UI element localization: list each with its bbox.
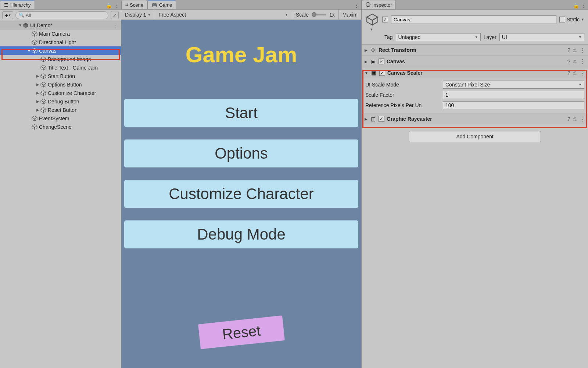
svg-marker-41 bbox=[372, 17, 378, 25]
ui-scale-mode-dropdown[interactable]: Constant Pixel Size▼ bbox=[443, 81, 584, 89]
component-header[interactable]: ▶ ✥ Rect Transform ?⎌⋮ bbox=[362, 45, 588, 56]
maximize-button[interactable]: Maxim bbox=[339, 10, 361, 20]
game-options-button[interactable]: Options bbox=[124, 139, 358, 167]
enable-checkbox[interactable]: ✓ bbox=[379, 116, 384, 122]
tree-item-changescene[interactable]: ChangeScene bbox=[0, 123, 121, 131]
help-icon[interactable]: ? bbox=[567, 58, 570, 65]
foldout-icon[interactable]: ▼ bbox=[26, 49, 32, 53]
tree-item-customize[interactable]: ▶ Customize Character bbox=[0, 89, 121, 97]
foldout-icon[interactable]: ▶ bbox=[35, 99, 40, 103]
tree-item-eventsystem[interactable]: EventSystem bbox=[0, 114, 121, 123]
svg-marker-33 bbox=[32, 116, 37, 119]
layer-dropdown[interactable]: UI▼ bbox=[499, 33, 584, 41]
tree-item-main-camera[interactable]: Main Camera bbox=[0, 29, 121, 38]
scale-control[interactable]: Scale 1x bbox=[292, 10, 339, 20]
create-dropdown[interactable]: +▾ bbox=[2, 11, 13, 19]
tag-dropdown[interactable]: Untagged▼ bbox=[396, 33, 481, 41]
enable-checkbox[interactable]: ✓ bbox=[379, 70, 385, 76]
tree-item-debug-button[interactable]: ▶ Debug Button bbox=[0, 97, 121, 106]
static-checkbox[interactable] bbox=[559, 17, 565, 22]
lock-icon[interactable]: 🔒 bbox=[573, 3, 579, 8]
active-checkbox[interactable]: ✓ bbox=[382, 17, 388, 22]
svg-marker-5 bbox=[35, 33, 37, 36]
help-icon[interactable]: ? bbox=[567, 70, 570, 76]
svg-marker-13 bbox=[41, 58, 43, 62]
foldout-icon[interactable]: ▼ bbox=[18, 23, 23, 27]
foldout-icon[interactable]: ▶ bbox=[365, 60, 368, 64]
component-title: Graphic Raycaster bbox=[387, 116, 565, 122]
object-name-field[interactable] bbox=[391, 15, 556, 24]
svg-marker-6 bbox=[32, 40, 37, 43]
component-header[interactable]: ▼ ▣ ✓ Canvas Scaler ?⎌⋮ bbox=[362, 67, 588, 78]
scale-value: 1x bbox=[329, 12, 335, 18]
scale-slider[interactable] bbox=[312, 14, 326, 15]
gamepad-icon: 🎮 bbox=[151, 2, 157, 8]
svg-marker-17 bbox=[43, 67, 46, 70]
enable-checkbox[interactable]: ✓ bbox=[379, 59, 384, 64]
svg-marker-23 bbox=[43, 84, 46, 87]
svg-marker-16 bbox=[41, 67, 43, 70]
game-customize-button[interactable]: Customize Character bbox=[124, 180, 358, 208]
foldout-icon[interactable]: ▶ bbox=[365, 117, 368, 121]
tab-inspector[interactable]: ⓘ Inspector bbox=[362, 0, 396, 9]
component-header[interactable]: ▶ ◫ ✓ Graphic Raycaster ?⎌⋮ bbox=[362, 113, 588, 124]
add-component-button[interactable]: Add Component bbox=[409, 131, 541, 142]
game-start-button[interactable]: Start bbox=[124, 99, 358, 127]
tree-item-directional-light[interactable]: Directional Light bbox=[0, 38, 121, 46]
foldout-icon[interactable]: ▶ bbox=[35, 108, 40, 112]
menu-icon[interactable]: ⋮ bbox=[580, 116, 585, 122]
item-label: Main Camera bbox=[39, 31, 70, 37]
aspect-dropdown[interactable]: Free Aspect▼ bbox=[155, 10, 292, 20]
display-dropdown[interactable]: Display 1▼ bbox=[121, 10, 155, 20]
tree-item-reset-button[interactable]: ▶ Reset Button bbox=[0, 106, 121, 114]
tree-item-options-button[interactable]: ▶ Options Button bbox=[0, 80, 121, 89]
help-icon[interactable]: ? bbox=[567, 116, 570, 122]
foldout-icon[interactable]: ▼ bbox=[365, 71, 368, 75]
menu-icon[interactable]: ⋮ bbox=[580, 47, 585, 53]
foldout-icon[interactable]: ▶ bbox=[365, 48, 368, 52]
search-input[interactable]: 🔍 All bbox=[15, 11, 108, 19]
help-icon[interactable]: ? bbox=[567, 47, 570, 53]
tab-game[interactable]: 🎮 Game bbox=[147, 0, 176, 9]
lock-icon[interactable]: 🔒 bbox=[106, 3, 112, 8]
item-label: Directional Light bbox=[39, 39, 76, 45]
component-header[interactable]: ▶ ▣ ✓ Canvas ?⎌⋮ bbox=[362, 56, 588, 67]
chevron-down-icon[interactable]: ▼ bbox=[581, 18, 584, 21]
foldout-icon[interactable]: ▶ bbox=[35, 74, 40, 78]
svg-marker-31 bbox=[41, 109, 43, 113]
static-label: Static bbox=[567, 17, 580, 22]
menu-icon[interactable]: ⋮ bbox=[580, 70, 585, 76]
foldout-icon[interactable]: ▶ bbox=[35, 82, 40, 86]
panel-menu-icon[interactable]: ⋮ bbox=[114, 3, 119, 8]
tree-item-background[interactable]: Background Image - bbox=[0, 55, 121, 63]
tab-hierarchy[interactable]: ☰ Hierarchy bbox=[0, 0, 35, 9]
game-debug-button[interactable]: Debug Mode bbox=[124, 220, 358, 248]
component-title: Canvas bbox=[387, 59, 565, 64]
ref-pixels-field[interactable] bbox=[443, 101, 584, 109]
gameobject-icon[interactable] bbox=[365, 13, 379, 26]
menu-icon[interactable]: ⋮ bbox=[580, 58, 585, 65]
preset-icon[interactable]: ⎌ bbox=[573, 47, 577, 53]
tab-scene[interactable]: ⌗ Scene bbox=[121, 0, 147, 9]
search-by-type-button[interactable]: ⤢ bbox=[111, 11, 119, 19]
button-label: Options bbox=[215, 145, 268, 162]
preset-icon[interactable]: ⎌ bbox=[573, 116, 577, 122]
tree-item-title-text[interactable]: Title Text - Game Jam bbox=[0, 63, 121, 72]
scene-row[interactable]: ▼ UI Demo* ⋮ bbox=[0, 21, 121, 29]
scene-menu-icon[interactable]: ⋮ bbox=[112, 22, 118, 28]
gameobject-icon bbox=[32, 48, 37, 54]
preset-icon[interactable]: ⎌ bbox=[573, 58, 577, 65]
game-view: Game Jam Start Options Customize Charact… bbox=[121, 20, 361, 368]
gameobject-icon bbox=[40, 90, 46, 96]
tree-item-canvas[interactable]: ▼ Canvas bbox=[0, 46, 121, 55]
tree-item-start-button[interactable]: ▶ Start Button bbox=[0, 72, 121, 80]
component-canvas: ▶ ▣ ✓ Canvas ?⎌⋮ bbox=[362, 56, 588, 67]
panel-menu-icon[interactable]: ⋮ bbox=[354, 3, 359, 8]
scale-factor-field[interactable] bbox=[443, 91, 584, 99]
game-reset-button[interactable]: Reset bbox=[198, 315, 285, 349]
svg-marker-12 bbox=[41, 57, 46, 60]
chevron-down-icon[interactable]: ▼ bbox=[370, 28, 373, 31]
foldout-icon[interactable]: ▶ bbox=[35, 91, 40, 95]
panel-menu-icon[interactable]: ⋮ bbox=[581, 3, 586, 8]
preset-icon[interactable]: ⎌ bbox=[573, 70, 577, 76]
